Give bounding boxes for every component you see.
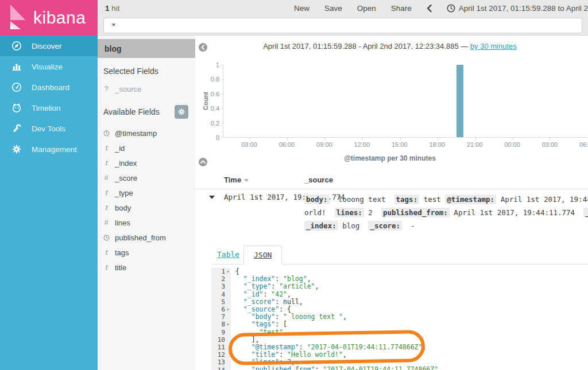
y-tick-mark	[221, 94, 223, 94]
x-tick-mark	[287, 138, 288, 140]
sidebar-item-visualize[interactable]: Visualize	[0, 56, 98, 77]
source-summary-line: body: looong text tags: test @timestamp:…	[304, 193, 588, 206]
string-field-icon: t	[102, 159, 110, 167]
x-tick-mark	[250, 138, 250, 140]
selected-fields-list: ?_source	[98, 77, 195, 96]
kibana-discover-app: kibana DiscoverVisualizeDashboardTimelio…	[0, 0, 588, 370]
field-name: tags	[115, 248, 129, 257]
field-value-text: orld!	[304, 208, 335, 217]
fold-caret-icon[interactable]: ▾	[225, 322, 231, 327]
line-number: 4	[221, 291, 225, 298]
json-code: { "_index": "blog", "_type": "article", …	[231, 268, 588, 370]
share-button[interactable]: Share	[391, 4, 412, 13]
tab-table[interactable]: Table	[217, 250, 239, 259]
y-tick-label: 0.6	[211, 91, 219, 98]
field-item-_score[interactable]: #_score	[98, 170, 195, 185]
available-fields-list: @timestampt_idt_index#_scoret_typetbody#…	[98, 120, 195, 275]
field-name: _source	[115, 85, 141, 94]
field-item-lines[interactable]: #lines	[98, 215, 195, 230]
sidebar-item-dashboard[interactable]: Dashboard	[0, 77, 98, 98]
search-input[interactable]	[103, 18, 582, 33]
fold-caret-icon[interactable]: ▾	[225, 307, 231, 312]
field-name-chip: tags:	[394, 194, 420, 204]
line-number: 8	[221, 321, 225, 328]
line-number: 2	[221, 275, 225, 283]
chart-title: April 1st 2017, 01:15:59.288 - April 2nd…	[195, 42, 585, 50]
open-button[interactable]: Open	[357, 4, 376, 13]
clock-icon	[102, 130, 110, 137]
y-tick-mark	[221, 65, 223, 65]
field-item-published_from[interactable]: published_from	[98, 230, 195, 245]
fields-panel: blog Selected Fields ?_source Available …	[98, 36, 195, 370]
y-tick-mark	[221, 108, 223, 109]
line-number: 5	[221, 298, 225, 306]
field-name-chip: _id	[583, 208, 588, 217]
kibana-logo[interactable]: kibana	[0, 0, 98, 36]
compass-icon	[11, 40, 22, 52]
sidebar-item-discover[interactable]: Discover	[0, 36, 98, 56]
column-header-source: _source	[304, 176, 333, 184]
line-number: 10	[218, 336, 225, 344]
topbar-actions: NewSaveOpenShare April 1st 2017, 01:15:5…	[294, 4, 588, 13]
sidebar-item-label: Management	[32, 145, 77, 154]
y-tick-mark	[221, 79, 223, 80]
string-field-icon: t	[102, 263, 110, 271]
fold-caret-icon[interactable]: ▾	[225, 269, 231, 274]
line-number: 11	[218, 344, 225, 351]
histogram-bar[interactable]	[457, 65, 463, 137]
line-number: 13	[218, 359, 225, 366]
collapse-doc-caret[interactable]	[209, 196, 215, 199]
field-item-_source[interactable]: ?_source	[98, 81, 195, 96]
field-name: _id	[115, 144, 125, 153]
line-number: 6	[221, 306, 225, 313]
field-item-tags[interactable]: ttags	[98, 245, 195, 260]
wrench-icon	[11, 123, 22, 134]
x-tick-mark	[438, 138, 438, 140]
fields-settings-button[interactable]	[175, 105, 188, 119]
brand-name: kibana	[33, 8, 86, 28]
gutter-line: 11	[211, 344, 231, 351]
json-editor: 1▾23456▾78▾91011121314 { "_index": "blog…	[211, 268, 588, 370]
field-item-title[interactable]: ttitle	[98, 260, 195, 275]
index-pattern-selector[interactable]: blog	[98, 39, 195, 58]
sidebar-item-management[interactable]: Management	[0, 139, 98, 159]
doc-row: April 1st 2017, 19:44:11.774 body: looon…	[195, 189, 588, 244]
field-item-@timestamp[interactable]: @timestamp	[98, 126, 195, 141]
x-axis-ticks: 03:0006:0009:0012:0015:0018:0021:0000:00…	[195, 141, 588, 149]
field-item-_index[interactable]: t_index	[98, 155, 195, 170]
x-tick-label: 15:00	[392, 141, 408, 148]
x-tick-mark	[362, 138, 363, 140]
y-axis-ticks: 10.80.60.40.20	[195, 65, 219, 138]
gutter-line: 1▾	[211, 268, 231, 275]
gear-icon	[178, 108, 185, 115]
bar-chart-icon	[11, 61, 22, 72]
sidebar-item-dev-tools[interactable]: Dev Tools	[0, 118, 98, 139]
column-header-time[interactable]: Time	[224, 176, 249, 184]
field-item-body[interactable]: tbody	[98, 200, 195, 215]
string-field-icon: t	[102, 248, 110, 256]
field-name: _index	[115, 159, 137, 168]
hit-count: 1 hit	[105, 4, 120, 13]
field-item-_id[interactable]: t_id	[98, 141, 195, 155]
field-item-_type[interactable]: t_type	[98, 185, 195, 200]
string-field-icon: t	[102, 189, 110, 197]
chevron-left-icon[interactable]	[427, 5, 432, 12]
interval-link[interactable]: by 30 minutes	[470, 42, 517, 50]
field-value-text: blog	[338, 221, 369, 230]
json-line: "test"	[235, 329, 588, 336]
new-button[interactable]: New	[294, 4, 310, 13]
string-field-icon: t	[102, 204, 110, 212]
sidebar-item-label: Dev Tools	[32, 124, 65, 133]
x-tick-mark	[550, 138, 551, 140]
save-button[interactable]: Save	[324, 4, 342, 13]
line-number: 14	[218, 367, 225, 370]
field-name: lines	[115, 219, 130, 227]
collapse-chart-button[interactable]	[199, 158, 207, 166]
x-tick-mark	[475, 138, 476, 140]
tab-json[interactable]: JSON	[243, 246, 282, 264]
y-tick-label: 1	[216, 61, 219, 68]
y-tick-mark	[221, 137, 223, 138]
sidebar-item-timelion[interactable]: Timelion	[0, 98, 98, 118]
line-number: 9	[221, 329, 225, 336]
time-picker[interactable]: April 1st 2017, 01:15:59.288 to April 2	[447, 4, 588, 13]
